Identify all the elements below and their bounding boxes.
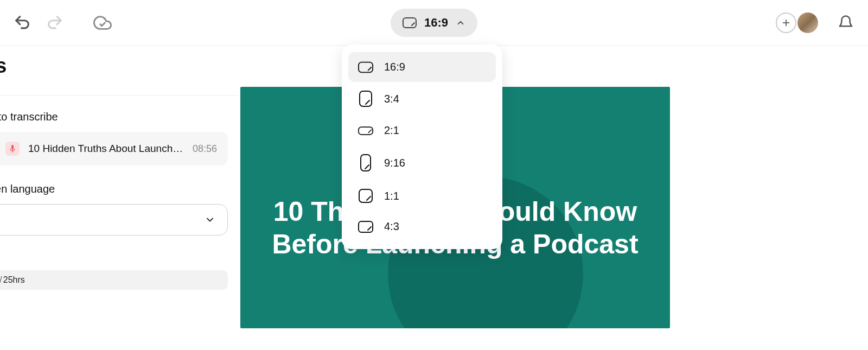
- svg-line-15: [368, 227, 371, 230]
- aspect-option-label: 9:16: [384, 157, 405, 169]
- chevron-down-icon: [205, 214, 215, 225]
- aspect-shape-icon: [358, 221, 373, 233]
- user-avatar[interactable]: [797, 12, 818, 33]
- top-toolbar: 16:9: [0, 0, 868, 46]
- svg-line-11: [365, 165, 369, 169]
- file-name: 10 Hidden Truths About Launching ...: [28, 143, 184, 155]
- language-section-label: oken language: [0, 183, 239, 195]
- svg-line-9: [368, 130, 371, 132]
- cloud-sync-icon[interactable]: [91, 11, 114, 34]
- svg-rect-12: [359, 189, 372, 202]
- file-duration: 08:56: [193, 143, 217, 155]
- undo-button[interactable]: [11, 11, 34, 34]
- aspect-option-4-3[interactable]: 4:3: [348, 212, 496, 241]
- aspect-option-16-9[interactable]: 16:9: [348, 52, 496, 82]
- redo-button[interactable]: [43, 11, 66, 34]
- aspect-shape-icon: [358, 154, 373, 171]
- aspect-ratio-current: 16:9: [424, 16, 448, 30]
- aspect-shape-icon: [358, 91, 373, 107]
- aspect-ratio-menu: 16:9 3:4 2:1 9:16 1:1 4:3: [342, 44, 502, 249]
- mic-icon: [5, 142, 20, 156]
- toolbar-right-group: [776, 11, 857, 34]
- svg-line-5: [368, 67, 372, 71]
- quota-total: 25hrs: [3, 275, 25, 285]
- aspect-option-3-4[interactable]: 3:4: [348, 82, 496, 116]
- svg-line-13: [367, 196, 371, 200]
- aspect-option-label: 1:1: [384, 190, 399, 202]
- file-item[interactable]: 10 Hidden Truths About Launching ... 08:…: [0, 132, 228, 166]
- aspect-option-label: 4:3: [384, 220, 399, 233]
- notifications-button[interactable]: [834, 11, 857, 34]
- quota-bar: rs / 25hrs: [0, 270, 228, 290]
- aspect-shape-icon: [358, 189, 373, 203]
- quota-separator: /: [0, 275, 2, 285]
- toolbar-history-group: [11, 11, 114, 34]
- aspect-ratio-icon: [403, 17, 417, 28]
- divider: [0, 95, 239, 96]
- quota-section-label: [0, 252, 239, 262]
- aspect-shape-icon: [358, 61, 373, 73]
- add-collaborator-button[interactable]: [776, 12, 796, 33]
- aspect-shape-icon: [358, 126, 373, 136]
- files-section-label: es to transcribe: [0, 111, 239, 123]
- chevron-up-icon: [456, 18, 465, 28]
- svg-line-7: [366, 100, 369, 104]
- aspect-option-label: 16:9: [384, 61, 405, 73]
- aspect-ratio-toggle[interactable]: 16:9: [391, 9, 477, 37]
- sidebar-panel: es es to transcribe 10 Hidden Truths Abo…: [0, 54, 239, 290]
- sidebar-heading: es: [0, 54, 239, 78]
- svg-rect-16: [11, 145, 14, 150]
- aspect-option-1-1[interactable]: 1:1: [348, 180, 496, 212]
- language-select[interactable]: [0, 204, 228, 236]
- svg-line-1: [412, 23, 414, 26]
- aspect-option-label: 3:4: [384, 93, 399, 105]
- aspect-option-9-16[interactable]: 9:16: [348, 145, 496, 180]
- aspect-option-label: 2:1: [384, 124, 399, 137]
- aspect-option-2-1[interactable]: 2:1: [348, 116, 496, 145]
